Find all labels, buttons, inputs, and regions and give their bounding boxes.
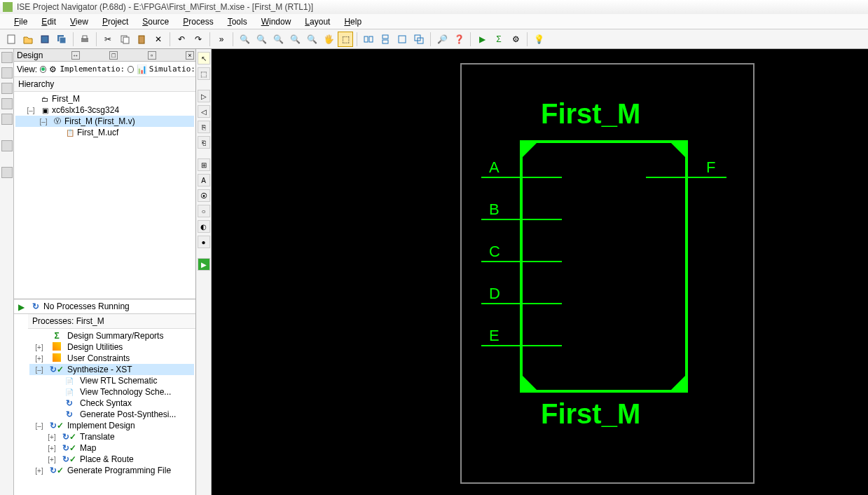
process-item-label: Translate	[80, 432, 115, 442]
left-tool-3[interactable]	[1, 83, 13, 94]
hierarchy-item[interactable]: [–]▣xc6slx16-3csg324	[15, 104, 194, 116]
window-single-button[interactable]	[394, 32, 410, 47]
left-tool-4[interactable]	[1, 98, 13, 109]
vtool-11[interactable]: ◐	[198, 220, 210, 233]
process-item[interactable]: [+]Design Utilities	[29, 341, 194, 353]
pointer-button[interactable]: ⬚	[338, 32, 353, 47]
input-port-label: A	[489, 158, 500, 177]
menu-project[interactable]: Project	[95, 15, 135, 28]
zoom-fit-button[interactable]: 🔍	[270, 32, 286, 47]
pan-button[interactable]: 🖐	[321, 32, 336, 47]
menu-source[interactable]: Source	[135, 15, 176, 28]
process-item[interactable]: [+]Translate	[29, 431, 194, 442]
output-port-wire[interactable]	[646, 177, 726, 178]
module-block[interactable]	[520, 140, 688, 393]
input-port-wire[interactable]	[481, 345, 562, 346]
zoom-out-button[interactable]: 🔍	[254, 32, 269, 47]
left-tool-2[interactable]	[1, 67, 13, 79]
copy-button[interactable]	[117, 32, 132, 47]
find-button[interactable]: 🔎	[434, 32, 450, 47]
input-port-wire[interactable]	[481, 261, 562, 262]
process-item[interactable]: [+]Generate Programming File	[29, 465, 194, 476]
process-item[interactable]: 📄View RTL Schematic	[29, 375, 194, 386]
menu-file[interactable]: File	[7, 15, 34, 28]
sim-radio[interactable]	[128, 66, 134, 73]
processes-tree[interactable]: Design Summary/Reports[+]Design Utilitie…	[28, 329, 195, 495]
process-item-label: Place & Route	[80, 454, 134, 464]
impl-radio[interactable]	[40, 66, 46, 73]
menu-view[interactable]: View	[63, 15, 95, 28]
menu-tools[interactable]: Tools	[221, 15, 254, 28]
schematic-canvas[interactable]: First_M ABCDEF First_M	[212, 49, 868, 495]
proc-run-button[interactable]: ▶	[18, 302, 25, 312]
hierarchy-tree[interactable]: 🗀First_M[–]▣xc6slx16-3csg324[–]ⓋFirst_M …	[14, 92, 195, 140]
input-port-wire[interactable]	[481, 177, 562, 178]
paste-button[interactable]	[134, 32, 149, 47]
process-item[interactable]: [–]Implement Design	[29, 420, 194, 431]
menu-layout[interactable]: Layout	[298, 15, 337, 28]
zoom-area-button[interactable]: 🔍	[287, 32, 303, 47]
panel-box-button[interactable]: ▫	[148, 51, 156, 60]
left-tool-5[interactable]	[1, 114, 13, 125]
print-button[interactable]	[77, 32, 92, 47]
title-bar: ISE Project Navigator (P.68d) - E:\FPGA\…	[0, 0, 868, 14]
impact-button[interactable]: ⚙	[508, 32, 523, 47]
save-button[interactable]	[37, 32, 53, 47]
window-horiz-button[interactable]	[361, 32, 376, 47]
window-cascade-button[interactable]	[411, 32, 427, 47]
vtool-10[interactable]: ○	[198, 205, 210, 217]
more-button[interactable]: »	[214, 32, 229, 47]
process-item[interactable]: 📄View Technology Sche...	[29, 386, 194, 398]
vtool-12[interactable]: ●	[198, 236, 210, 248]
vtool-3[interactable]: ▷	[198, 90, 210, 102]
play-button[interactable]: ▶	[474, 32, 490, 47]
process-item[interactable]: [+]Place & Route	[29, 454, 194, 465]
whats-this-button[interactable]: ❓	[451, 32, 467, 47]
vtool-9[interactable]: ⦿	[198, 189, 210, 202]
process-item[interactable]: Design Summary/Reports	[29, 330, 194, 341]
panel-pin-button[interactable]: ↔	[71, 51, 80, 60]
window-vert-button[interactable]	[378, 32, 393, 47]
vtool-5[interactable]: ⎘	[198, 121, 210, 133]
cursor-tool-button[interactable]: ↖	[198, 52, 210, 65]
vtool-13[interactable]: ▶	[198, 258, 210, 271]
open-button[interactable]	[20, 32, 36, 47]
process-item-label: Generate Post-Synthesi...	[80, 409, 176, 419]
menu-process[interactable]: Process	[176, 15, 220, 28]
hierarchy-item[interactable]: [–]ⓋFirst_M (First_M.v)	[15, 116, 194, 127]
input-port-wire[interactable]	[481, 219, 562, 220]
process-item[interactable]: [+]User Constraints	[29, 353, 194, 364]
panel-float-button[interactable]: □	[109, 51, 118, 60]
process-item[interactable]: [–]Synthesize - XST	[29, 364, 194, 375]
left-tool-7[interactable]	[1, 167, 13, 178]
menu-window[interactable]: Window	[254, 15, 298, 28]
hierarchy-item[interactable]: 🗀First_M	[15, 93, 194, 104]
menu-edit[interactable]: Edit	[34, 15, 63, 28]
vtool-4[interactable]: ◁	[198, 105, 210, 118]
panel-close-button[interactable]: ×	[186, 51, 194, 60]
synth-sigma-button[interactable]: Σ	[491, 32, 507, 47]
process-item[interactable]: Check Syntax	[29, 398, 194, 409]
delete-button[interactable]: ✕	[151, 32, 166, 47]
vtool-8[interactable]: A	[198, 174, 210, 187]
cut-button[interactable]: ✂	[100, 32, 116, 47]
vtool-2[interactable]: ⬚	[198, 67, 210, 80]
process-item[interactable]: [+]Map	[29, 442, 194, 454]
left-tool-6[interactable]	[1, 140, 13, 151]
hierarchy-panel: Hierarchy 🗀First_M[–]▣xc6slx16-3csg324[–…	[14, 77, 195, 299]
hierarchy-item[interactable]: 📋First_M.ucf	[15, 127, 194, 138]
vtool-7[interactable]: ⊞	[198, 158, 210, 171]
redo-button[interactable]: ↷	[191, 32, 206, 47]
menu-help[interactable]: Help	[337, 15, 368, 28]
zoom-in-button[interactable]: 🔍	[237, 32, 252, 47]
process-item[interactable]: Generate Post-Synthesi...	[29, 409, 194, 420]
zoom-select-button[interactable]: 🔍	[304, 32, 319, 47]
input-port-wire[interactable]	[481, 303, 562, 304]
save-all-button[interactable]	[54, 32, 69, 47]
design-panel: Design ↔ □ ▫ × View: ⚙ Implementatio: 📊 …	[14, 49, 196, 495]
left-tool-1[interactable]	[1, 52, 13, 63]
vtool-6[interactable]: ⎗	[198, 136, 210, 149]
undo-button[interactable]: ↶	[174, 32, 189, 47]
new-button[interactable]	[4, 32, 19, 47]
lightbulb-button[interactable]: 💡	[531, 32, 546, 47]
